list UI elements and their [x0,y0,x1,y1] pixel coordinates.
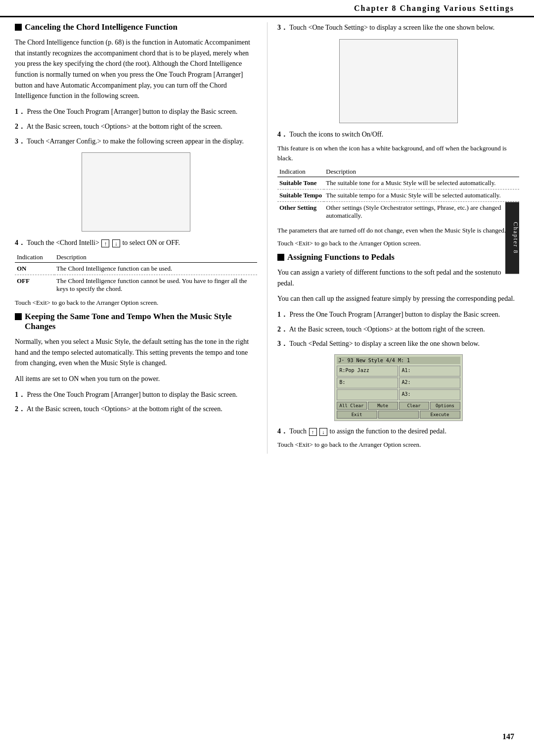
synth-cell-rpop: R:Pop Jazz [337,366,398,377]
section1-screen [82,152,190,232]
ind-off-desc: The Chord Intelligence function cannot b… [54,275,257,295]
synth-top-text: J· 93 New Style 4/4 M: 1 [339,358,410,363]
section1-title: Canceling the Chord Intelligence Functio… [25,22,178,32]
synth-cell-b: B: [337,378,398,388]
section1-step4: 4． Touch the <Chord Intelli> ↑ ↓ to sele… [15,237,257,248]
pedals-step3: 3． Touch <Pedal Setting> to display a sc… [277,338,519,349]
ind-other-setting-label: Other Setting [277,202,324,222]
section1-bullet [15,24,22,31]
down-arrow-icon: ↓ [112,239,120,247]
right-step4: 4． Touch the icons to switch On/Off. [277,129,519,140]
table-header-indication: Indication [15,252,54,263]
right-table: Indication Description Suitable Tone The… [277,167,519,222]
synth-cell-a3: A3: [399,389,460,400]
section2-body2: All items are set to ON when you turn on… [15,374,257,384]
table-row: ON The Chord Intelligence function can b… [15,262,257,275]
section1-step3: 3． Touch <Arranger Config.> to make the … [15,136,257,147]
synth-grid: R:Pop Jazz A1: B: A2: A3: [337,366,460,400]
ind-off-label: OFF [15,275,54,295]
table-row: Suitable Tempo The suitable tempo for a … [277,189,519,202]
right-step4-info: This feature is on when the icon has a w… [277,143,519,163]
pedals-step2: 2． At the Basic screen, touch <Options> … [277,324,519,335]
pedals-step4: 4． Touch ↑ ↓ to assign the function to t… [277,426,519,437]
right-info-note1: The parameters that are turned off do no… [277,226,519,236]
synth-btn-mute[interactable]: Mute [368,402,398,410]
ind-on-label: ON [15,262,54,275]
pedals-bullet [277,254,284,261]
synth-cell-a1: A1: [399,366,460,377]
ind-suitable-tone-desc: The suitable tone for a Music Style will… [324,177,519,189]
synth-btn-spacer [378,411,419,419]
table-row: Suitable Tone The suitable tone for a Mu… [277,177,519,189]
ind-suitable-tempo-label: Suitable Tempo [277,189,324,202]
ind-suitable-tone-label: Suitable Tone [277,177,324,189]
chapter-title: Chapter 8 Changing Various Settings [354,4,514,13]
synth-btn-options[interactable]: Options [430,402,460,410]
synth-cell-empty [337,389,398,400]
section2-step2: 2． At the Basic screen, touch <Options> … [15,404,257,415]
right-column: 3． Touch <One Touch Setting> to display … [267,22,519,454]
pedals-body1: You can assign a variety of different fu… [277,267,519,288]
right-screen1 [339,39,458,123]
table-row: OFF The Chord Intelligence function cann… [15,275,257,295]
section2-step1: 1． Press the One Touch Program [Arranger… [15,389,257,400]
synth-btn-allclear[interactable]: All Clear [337,402,367,410]
pedal-up-arrow-icon: ↑ [309,428,317,436]
right-table-header-desc: Description [324,167,519,177]
section1-step1: 1． Press the One Touch Program [Arranger… [15,106,257,117]
section1-heading: Canceling the Chord Intelligence Functio… [15,22,257,32]
ind-suitable-tempo-desc: The suitable tempo for a Music Style wil… [324,189,519,202]
section1-exit-note: Touch <Exit> to go back to the Arranger … [15,299,257,307]
page-header: Chapter 8 Changing Various Settings [0,0,534,17]
right-exit-note: Touch <Exit> to go back to the Arranger … [277,239,519,247]
synth-btn-execute[interactable]: Execute [420,411,460,419]
pedals-heading: Assigning Functions to Pedals [277,252,519,262]
synth-bottom-bar: Exit Execute [337,411,460,419]
table-row: Other Setting Other settings (Style Orch… [277,202,519,222]
section2-heading: Keeping the Same Tone and Tempo When the… [15,312,257,331]
section2-title: Keeping the Same Tone and Tempo When the… [25,312,257,331]
synth-btn-exit[interactable]: Exit [337,411,377,419]
ind-other-setting-desc: Other settings (Style Orchestrator setti… [324,202,519,222]
up-arrow-icon: ↑ [101,239,109,247]
section2-body1: Normally, when you select a Music Style,… [15,336,257,369]
section2-bullet [15,313,22,320]
pedals-step1: 1． Press the One Touch Program [Arranger… [277,309,519,320]
pedal-down-arrow-icon: ↓ [319,428,327,436]
synth-cell-a2: A2: [399,378,460,388]
synth-screen: J· 93 New Style 4/4 M: 1 R:Pop Jazz A1: … [334,354,463,421]
page-number: 147 [502,732,514,741]
pedals-exit-note: Touch <Exit> to go back to the Arranger … [277,441,519,449]
pedals-title: Assigning Functions to Pedals [287,252,395,262]
chapter-tab: Chapter 8 [505,202,519,274]
synth-buttons: All Clear Mute Clear Options [337,402,460,410]
section1-body: The Chord Intelligence function (p. 68) … [15,37,257,101]
pedals-body2: You can then call up the assigned featur… [277,293,519,304]
right-table-header-ind: Indication [277,167,324,177]
synth-btn-clear[interactable]: Clear [399,402,429,410]
left-column: Canceling the Chord Intelligence Functio… [15,22,267,454]
table-header-description: Description [54,252,257,263]
page-body: Canceling the Chord Intelligence Functio… [0,22,534,454]
ind-on-desc: The Chord Intelligence function can be u… [54,262,257,275]
section1-step2: 2． At the Basic screen, touch <Options> … [15,121,257,132]
synth-top-bar: J· 93 New Style 4/4 M: 1 [337,357,460,364]
right-step3: 3． Touch <One Touch Setting> to display … [277,22,519,33]
section1-table: Indication Description ON The Chord Inte… [15,252,257,295]
